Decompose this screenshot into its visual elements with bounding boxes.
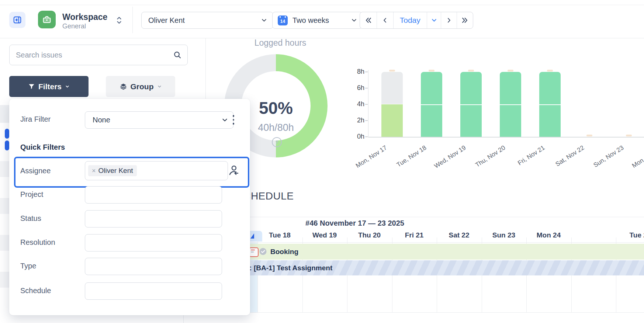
day-header[interactable]: Tue 18 bbox=[257, 231, 302, 239]
chart-y-axis bbox=[368, 70, 368, 137]
search-placeholder: Search issues bbox=[16, 51, 62, 59]
panel-divider bbox=[205, 38, 206, 99]
quick-filter-label: Project bbox=[20, 190, 43, 199]
quick-filter-label: Schedule bbox=[20, 286, 51, 295]
y-tick-label: 6h bbox=[350, 84, 364, 92]
chevron-down-icon bbox=[351, 17, 357, 23]
assignee-chip: × Oliver Kent bbox=[88, 165, 137, 176]
skip-next-icon bbox=[461, 16, 469, 24]
bar-segment-divider bbox=[460, 104, 482, 105]
add-user-icon bbox=[228, 164, 239, 176]
group-button[interactable]: Group bbox=[106, 76, 175, 97]
quick-filter-label: Type bbox=[20, 262, 36, 270]
day-header[interactable]: Mon 24 bbox=[526, 231, 571, 239]
collapse-sidebar-button[interactable] bbox=[9, 12, 25, 28]
filters-button[interactable]: Filters bbox=[9, 76, 89, 97]
today-dropdown-button[interactable] bbox=[427, 12, 441, 28]
next-button[interactable] bbox=[441, 12, 456, 28]
help-icon[interactable]: ? bbox=[272, 137, 282, 147]
user-filter-select[interactable]: Oliver Kent bbox=[141, 12, 273, 29]
y-tick-label: 4h bbox=[350, 100, 364, 108]
logged-hours-title: Logged hours bbox=[236, 38, 325, 48]
date-navigation: Today bbox=[360, 12, 473, 29]
unfold-icon bbox=[115, 15, 124, 25]
list-row-sliver bbox=[0, 161, 9, 177]
bar-segment-divider bbox=[500, 104, 521, 105]
y-tick-mark bbox=[365, 104, 368, 105]
skip-prev-button[interactable] bbox=[360, 12, 377, 28]
list-row-sliver bbox=[0, 272, 9, 288]
caret-down-icon bbox=[157, 84, 162, 89]
x-axis-label: Sun, Nov 23 bbox=[581, 144, 626, 177]
chevron-down-icon bbox=[261, 17, 267, 23]
capacity-marker bbox=[626, 135, 632, 136]
capacity-marker bbox=[429, 70, 434, 72]
prev-button[interactable] bbox=[377, 12, 393, 28]
filter-funnel-icon bbox=[28, 83, 35, 90]
next-icon bbox=[445, 17, 453, 24]
toolbar-divider bbox=[132, 7, 133, 33]
assignment-bar[interactable]: Oliver Kent: [BA-1] Test Assignment bbox=[183, 260, 644, 275]
assignee-chip-label: Oliver Kent bbox=[98, 167, 133, 175]
chart-x-axis bbox=[368, 137, 644, 138]
remaining-bar[interactable] bbox=[381, 72, 403, 104]
y-tick-mark bbox=[365, 136, 368, 137]
search-input[interactable]: Search issues bbox=[9, 45, 188, 65]
workspace-subtitle: General bbox=[62, 22, 86, 30]
schedule-row-border bbox=[183, 312, 644, 313]
capacity-marker bbox=[389, 70, 395, 72]
day-header[interactable]: Thu 20 bbox=[347, 231, 392, 239]
group-layers-icon bbox=[120, 83, 127, 90]
caret-down-icon bbox=[65, 84, 70, 89]
jira-filter-label: Jira Filter bbox=[20, 115, 51, 124]
day-header[interactable]: Wed 19 bbox=[302, 231, 347, 239]
capacity-marker bbox=[547, 70, 553, 72]
booking-bar[interactable]: Booking bbox=[213, 244, 644, 260]
day-header[interactable]: Tue 25 bbox=[618, 231, 644, 239]
day-header[interactable]: Sun 23 bbox=[481, 231, 526, 239]
x-axis-label: Tue, Nov 18 bbox=[384, 144, 428, 177]
x-axis-label: Wed, Nov 19 bbox=[423, 144, 468, 177]
chip-remove-icon[interactable]: × bbox=[92, 167, 96, 174]
logged-bar[interactable] bbox=[381, 104, 403, 137]
today-button[interactable]: Today bbox=[393, 12, 427, 28]
bar-segment-divider bbox=[539, 104, 561, 105]
day-header[interactable]: Sat 22 bbox=[437, 231, 482, 239]
jira-filter-value: None bbox=[93, 116, 110, 124]
schedule-top-border bbox=[183, 217, 644, 217]
list-row-sliver bbox=[0, 235, 9, 251]
quick-filter-input[interactable] bbox=[85, 258, 222, 275]
period-value: Two weeks bbox=[292, 16, 351, 25]
jira-filter-select[interactable]: None bbox=[85, 111, 233, 129]
jira-filter-menu-button[interactable] bbox=[231, 112, 236, 128]
quick-filter-label: Status bbox=[20, 214, 41, 223]
bar-segment-divider bbox=[421, 104, 442, 105]
period-select[interactable]: 14 Two weeks bbox=[272, 12, 363, 29]
user-filter-value: Oliver Kent bbox=[148, 16, 185, 25]
x-axis-label: Sat, Nov 22 bbox=[541, 144, 586, 177]
workspace-avatar bbox=[38, 11, 56, 28]
add-user-button[interactable] bbox=[227, 164, 240, 177]
day-header-border bbox=[213, 242, 644, 243]
selected-item-sliver bbox=[5, 129, 9, 139]
today-label: Today bbox=[400, 16, 420, 25]
quick-filter-input[interactable] bbox=[85, 210, 222, 228]
day-header[interactable]: Fri 21 bbox=[392, 231, 437, 239]
y-tick-mark bbox=[365, 120, 368, 121]
approved-badge-icon bbox=[259, 247, 267, 256]
assignee-input[interactable]: × Oliver Kent bbox=[85, 161, 228, 180]
logged-hours-percent: 50% bbox=[239, 98, 313, 118]
logged-hours-ratio: 40h/80h bbox=[239, 122, 313, 133]
quick-filters-title: Quick Filters bbox=[20, 143, 65, 152]
quick-filter-input[interactable] bbox=[85, 186, 222, 204]
collapse-sidebar-icon bbox=[13, 15, 22, 25]
capacity-marker bbox=[468, 70, 474, 72]
workspace-switcher[interactable] bbox=[114, 15, 124, 25]
search-icon bbox=[173, 51, 182, 59]
today-dropdown-icon bbox=[431, 17, 437, 23]
skip-next-button[interactable] bbox=[457, 12, 473, 28]
workspace-title[interactable]: Workspace bbox=[62, 12, 107, 22]
quick-filter-input[interactable] bbox=[85, 234, 222, 251]
capacity-marker bbox=[586, 135, 592, 136]
quick-filter-input[interactable] bbox=[85, 282, 222, 300]
